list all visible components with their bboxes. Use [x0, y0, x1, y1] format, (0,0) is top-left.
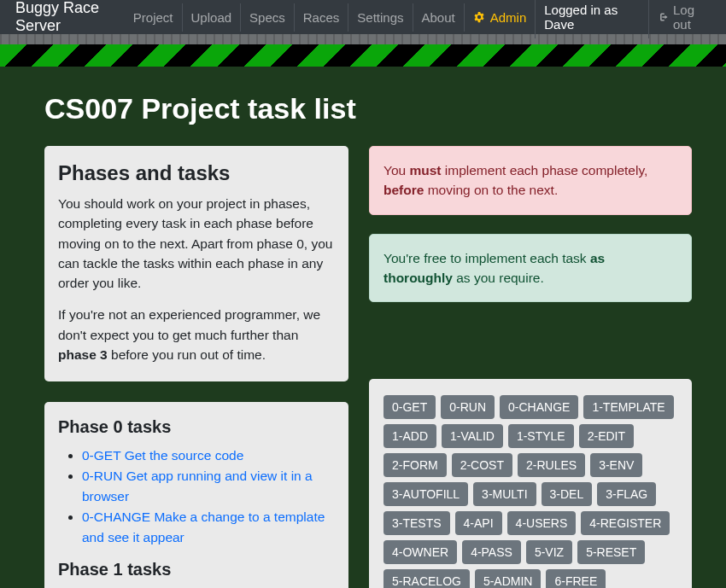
- phases-intro-card: Phases and tasks You should work on your…: [44, 146, 348, 381]
- list-item: 0-CHANGE Make a change to a template and…: [82, 507, 335, 548]
- hazard-stripe: [0, 44, 726, 67]
- tag-3-multi[interactable]: 3-MULTI: [473, 482, 536, 506]
- tag-4-users[interactable]: 4-USERS: [507, 511, 577, 535]
- tag-0-get[interactable]: 0-GET: [383, 395, 436, 419]
- tag-0-run[interactable]: 0-RUN: [441, 395, 495, 419]
- tag-3-env[interactable]: 3-ENV: [590, 453, 642, 477]
- tag-1-template[interactable]: 1-TEMPLATE: [583, 395, 673, 419]
- nav-settings[interactable]: Settings: [348, 3, 412, 32]
- phase-1-heading: Phase 1 tasks: [58, 560, 335, 579]
- nav-upload[interactable]: Upload: [182, 3, 241, 32]
- logout-icon: [658, 11, 668, 23]
- list-item: 0-GET Get the source code: [82, 445, 335, 466]
- tag-2-rules[interactable]: 2-RULES: [518, 453, 585, 477]
- page-title: CS007 Project task list: [44, 92, 692, 125]
- gear-icon: [473, 11, 485, 23]
- phase-0-list: 0-GET Get the source code 0-RUN Get app …: [58, 445, 335, 548]
- tag-3-flag[interactable]: 3-FLAG: [597, 482, 656, 506]
- nav-about[interactable]: About: [413, 3, 464, 32]
- nav-logout-label: Log out: [673, 3, 711, 32]
- list-item: 0-RUN Get app running and view it in a b…: [82, 466, 335, 507]
- tag-5-racelog[interactable]: 5-RACELOG: [383, 569, 470, 588]
- tag-0-change[interactable]: 0-CHANGE: [500, 395, 578, 419]
- alert-must-complete: You must implement each phase completely…: [369, 146, 692, 215]
- brand[interactable]: Buggy Race Server: [7, 0, 125, 42]
- tag-3-autofill[interactable]: 3-AUTOFILL: [383, 482, 468, 506]
- nav-races[interactable]: Races: [294, 3, 348, 32]
- tag-6-free[interactable]: 6-FREE: [546, 569, 606, 588]
- phase-0-heading: Phase 0 tasks: [58, 417, 335, 437]
- phases-paragraph-1: You should work on your project in phase…: [58, 194, 335, 293]
- nav-admin[interactable]: Admin: [464, 3, 536, 32]
- phases-heading: Phases and tasks: [58, 161, 335, 185]
- navbar: Buggy Race Server Project Upload Specs R…: [0, 0, 726, 34]
- phase-tasks-card: Phase 0 tasks 0-GET Get the source code …: [44, 402, 348, 588]
- nav-specs[interactable]: Specs: [240, 3, 294, 32]
- nav-logged-in: Logged in as Dave: [535, 0, 647, 38]
- tag-5-admin[interactable]: 5-ADMIN: [475, 569, 542, 588]
- alert-thoroughly: You're free to implement each task as th…: [369, 234, 692, 303]
- tag-4-owner[interactable]: 4-OWNER: [383, 540, 457, 564]
- tag-5-viz[interactable]: 5-VIZ: [526, 540, 572, 564]
- tag-4-pass[interactable]: 4-PASS: [462, 540, 521, 564]
- tag-4-api[interactable]: 4-API: [455, 511, 502, 535]
- task-link-0-run[interactable]: 0-RUN Get app running and view it in a b…: [82, 469, 313, 504]
- tag-2-cost[interactable]: 2-COST: [452, 453, 512, 477]
- tag-2-form[interactable]: 2-FORM: [383, 453, 447, 477]
- tag-3-del[interactable]: 3-DEL: [542, 482, 593, 506]
- nav-project[interactable]: Project: [125, 3, 182, 32]
- task-link-0-get[interactable]: 0-GET Get the source code: [82, 448, 243, 463]
- nav-logout[interactable]: Log out: [648, 0, 719, 38]
- tag-4-register[interactable]: 4-REGISTER: [581, 511, 670, 535]
- tag-5-reset[interactable]: 5-RESET: [577, 540, 645, 564]
- tag-1-add[interactable]: 1-ADD: [383, 424, 436, 448]
- nav-admin-label: Admin: [490, 10, 527, 25]
- tag-1-valid[interactable]: 1-VALID: [442, 424, 503, 448]
- task-link-0-change[interactable]: 0-CHANGE Make a change to a template and…: [82, 509, 325, 544]
- task-tags-box: 0-GET0-RUN0-CHANGE1-TEMPLATE1-ADD1-VALID…: [369, 379, 692, 588]
- phases-paragraph-2: If you're not an experienced programmer,…: [58, 305, 335, 364]
- tag-1-style[interactable]: 1-STYLE: [508, 424, 574, 448]
- tag-2-edit[interactable]: 2-EDIT: [579, 424, 634, 448]
- tag-3-tests[interactable]: 3-TESTS: [383, 511, 450, 535]
